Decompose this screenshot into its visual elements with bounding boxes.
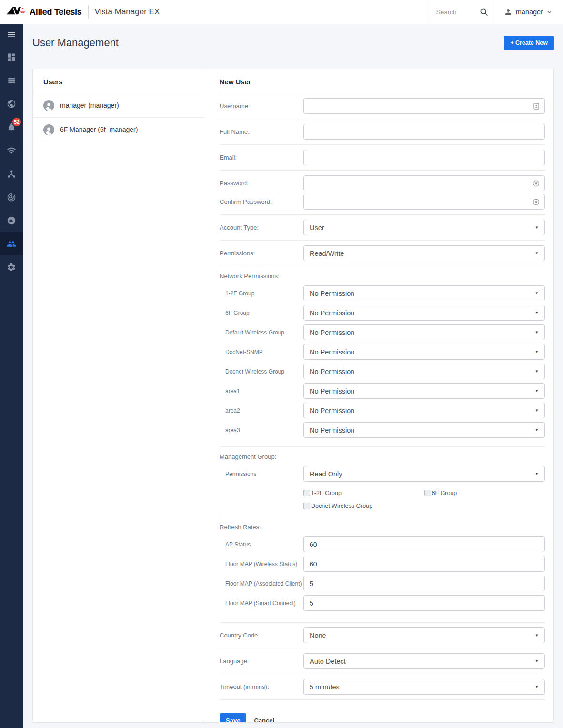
caret-down-icon (535, 311, 539, 315)
password-key-icon[interactable] (532, 179, 540, 187)
sidebar-item-network-services[interactable] (0, 162, 23, 185)
save-button[interactable]: Save (220, 713, 246, 723)
account-type-select[interactable]: User (303, 220, 545, 235)
confirm-password-input[interactable] (303, 194, 545, 210)
notification-badge[interactable]: 52 (12, 118, 21, 126)
network-group-select-area1[interactable]: No Permission (303, 383, 545, 399)
username-input[interactable] (303, 98, 545, 114)
allied-telesis-logo-icon (7, 5, 26, 19)
network-group-label: 6F Group (220, 310, 303, 316)
product-name: Vista Manager EX (95, 7, 160, 17)
avatar-icon (43, 124, 54, 135)
username-label: Username: (220, 102, 303, 110)
user-list-item-label: 6F Manager (6f_manager) (60, 126, 138, 133)
checkbox-1-2f-group[interactable]: 1-2F Group (303, 490, 424, 496)
password-input[interactable] (303, 175, 545, 191)
create-new-button[interactable]: + Create New (504, 36, 554, 50)
network-group-select-1-2f[interactable]: No Permission (303, 285, 545, 301)
sidebar-menu-toggle[interactable] (0, 24, 23, 45)
floor-map-wireless-status-input[interactable] (303, 556, 545, 572)
password-key-icon[interactable] (532, 198, 540, 206)
users-panel-title: Users (33, 69, 205, 93)
network-group-label: area2 (220, 407, 303, 414)
floor-map-smart-connect-input[interactable] (303, 595, 545, 611)
checkbox-docnet-wireless-group[interactable]: Docnet Wireless Group (303, 503, 424, 509)
country-code-select[interactable]: None (303, 627, 545, 643)
page-title: User Management (32, 37, 119, 49)
network-group-select-6f[interactable]: No Permission (303, 305, 545, 321)
select-value: No Permission (310, 348, 354, 356)
sidebar-item-asset-list[interactable] (0, 69, 23, 92)
select-value: No Permission (310, 368, 354, 375)
sidebar-item-system-settings[interactable] (0, 255, 23, 279)
network-group-select-docnet-snmp[interactable]: No Permission (303, 344, 545, 360)
language-select[interactable]: Auto Detect (303, 653, 545, 669)
sidebar-item-dashboard[interactable] (0, 45, 23, 69)
search-icon[interactable] (479, 7, 489, 17)
caret-down-icon (535, 634, 539, 637)
caret-down-icon (535, 389, 539, 393)
network-group-label: 1-2F Group (220, 290, 303, 297)
user-management-card: Users manager (manager) (32, 69, 554, 723)
refresh-rate-label: AP Status (220, 541, 303, 548)
brand-name: Allied Telesis (30, 7, 82, 17)
user-menu[interactable]: manager (495, 0, 563, 24)
ap-status-input[interactable] (303, 536, 545, 552)
sidebar-item-event-log[interactable]: 52 (0, 115, 23, 139)
refresh-rates-label: Refresh Rates: (220, 517, 545, 536)
app-header: Allied Telesis Vista Manager EX manager (0, 0, 563, 24)
permissions-select[interactable]: Read/Write (303, 245, 545, 261)
dashboard-icon (7, 52, 16, 62)
checkbox-box[interactable] (303, 503, 310, 509)
refresh-rate-label: Floor MAP (Wireless Status) (220, 561, 303, 567)
language-label: Language: (220, 657, 303, 665)
password-label: Password: (220, 180, 303, 187)
user-list-item-manager[interactable]: manager (manager) (33, 93, 205, 118)
avatar-icon (43, 100, 54, 111)
search-input[interactable] (436, 9, 475, 16)
caret-down-icon (535, 331, 539, 334)
network-group-select-docnet-wireless[interactable]: No Permission (303, 364, 545, 379)
country-code-label: Country Code (220, 632, 303, 639)
floor-map-associated-client-input[interactable] (303, 576, 545, 591)
sidebar-item-wireless[interactable] (0, 139, 23, 162)
network-group-select-default-wireless[interactable]: No Permission (303, 324, 545, 340)
sidebar-item-sd-wan[interactable] (0, 185, 23, 209)
timeout-label: Timeout (in mins): (220, 683, 303, 690)
select-value: Auto Detect (310, 657, 346, 665)
management-group-label: Management Group: (220, 447, 545, 466)
users-panel: Users manager (manager) (33, 69, 205, 722)
cancel-button[interactable]: Cancel (254, 717, 274, 723)
network-group-select-area2[interactable]: No Permission (303, 403, 545, 418)
email-input[interactable] (303, 150, 545, 165)
form-title: New User (220, 69, 545, 93)
cloud-icon (7, 216, 16, 225)
network-group-select-area3[interactable]: No Permission (303, 422, 545, 438)
list-icon (7, 76, 16, 85)
network-permissions-label: Network Permissions: (220, 266, 545, 285)
email-label: Email: (220, 154, 303, 161)
sidebar: 52 (0, 24, 23, 728)
sidebar-item-cloud[interactable] (0, 209, 23, 232)
caret-down-icon (535, 226, 539, 230)
contact-card-icon (533, 102, 540, 110)
chevron-down-icon (546, 9, 553, 15)
caret-down-icon (535, 350, 539, 354)
checkbox-box[interactable] (424, 490, 431, 496)
permissions-value: Read/Write (310, 250, 344, 257)
user-list-item-6f-manager[interactable]: 6F Manager (6f_manager) (33, 118, 205, 142)
timeout-select[interactable]: 5 minutes (303, 679, 545, 695)
checkbox-label: 6F Group (432, 490, 457, 496)
select-value: Read Only (310, 470, 342, 478)
fullname-input[interactable] (303, 124, 545, 140)
checkbox-6f-group[interactable]: 6F Group (424, 490, 545, 496)
network-group-label: Default Wireless Group (220, 329, 303, 336)
network-group-label: area3 (220, 427, 303, 434)
sidebar-item-user-management[interactable] (0, 232, 23, 255)
management-permissions-select[interactable]: Read Only (303, 466, 545, 482)
new-user-form: New User Username: Full Name: Email: (205, 69, 553, 722)
sidebar-item-network-map[interactable] (0, 92, 23, 115)
brand-area: Allied Telesis Vista Manager EX (0, 0, 160, 24)
checkbox-box[interactable] (303, 490, 310, 496)
hamburger-icon (7, 30, 16, 40)
